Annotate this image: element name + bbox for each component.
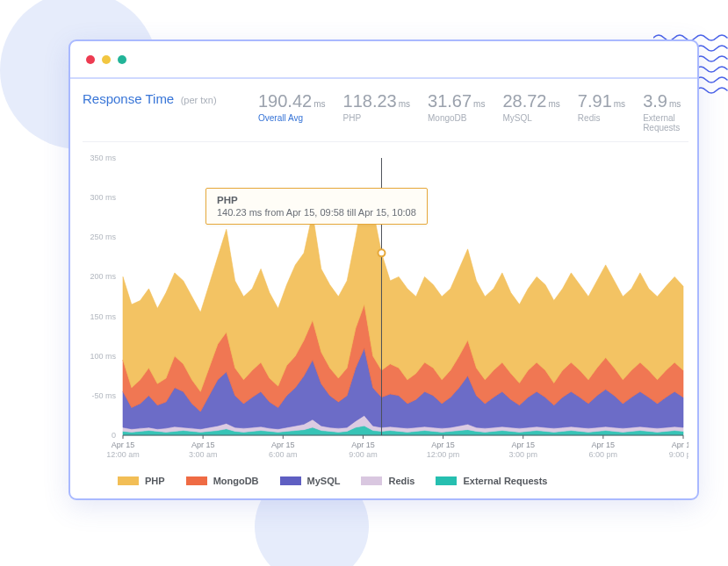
svg-text:9:00 pm: 9:00 pm <box>669 450 688 459</box>
svg-text:9:00 am: 9:00 am <box>349 450 378 459</box>
svg-text:Apr 15: Apr 15 <box>112 441 135 449</box>
legend-item-php[interactable]: PHP <box>118 476 165 486</box>
svg-text:3:00 am: 3:00 am <box>189 450 218 459</box>
svg-text:12:00 pm: 12:00 pm <box>427 450 460 459</box>
legend-label: MySQL <box>307 476 341 486</box>
legend-swatch <box>118 476 139 485</box>
tooltip-series: PHP <box>217 195 416 205</box>
legend-label: PHP <box>145 476 165 486</box>
chart-legend: PHPMongoDBMySQLRedisExternal Requests <box>83 467 688 488</box>
metric-label: MySQL <box>502 113 559 123</box>
legend-item-redis[interactable]: Redis <box>361 476 414 486</box>
metric-value: 3.9ms <box>643 91 688 111</box>
legend-label: External Requests <box>463 476 547 486</box>
legend-label: MongoDB <box>213 476 259 486</box>
title-main: Response Time <box>83 91 174 106</box>
title-subtitle: (per txn) <box>181 95 217 105</box>
svg-text:Apr 15: Apr 15 <box>271 441 295 449</box>
metric-value: 190.42ms <box>258 91 326 111</box>
legend-swatch <box>280 476 301 485</box>
metric-value: 7.91ms <box>578 91 625 111</box>
metric-value: 118.23ms <box>343 91 411 111</box>
metric-value: 28.72ms <box>502 91 559 111</box>
svg-text:Apr 15: Apr 15 <box>592 441 616 449</box>
svg-point-34 <box>378 249 385 256</box>
svg-text:Apr 15: Apr 15 <box>431 441 455 449</box>
metric-label: Redis <box>578 113 625 123</box>
metric-label: MongoDB <box>428 113 485 123</box>
legend-swatch <box>436 476 457 485</box>
svg-text:100 ms: 100 ms <box>90 352 116 361</box>
app-window: Response Time (per txn) 190.42msOverall … <box>68 39 699 500</box>
window-titlebar <box>70 41 697 79</box>
window-content: Response Time (per txn) 190.42msOverall … <box>70 79 697 498</box>
legend-swatch <box>361 476 382 485</box>
svg-text:3:00 pm: 3:00 pm <box>508 450 537 459</box>
metric-label: PHP <box>343 113 411 123</box>
svg-text:Apr 15: Apr 15 <box>672 441 688 449</box>
svg-text:Apr 15: Apr 15 <box>351 441 375 449</box>
metric-label: External Requests <box>643 113 688 133</box>
header-row: Response Time (per txn) 190.42msOverall … <box>83 91 688 142</box>
tooltip-detail: 140.23 ms from Apr 15, 09:58 till Apr 15… <box>217 207 416 218</box>
legend-item-mysql[interactable]: MySQL <box>280 476 341 486</box>
svg-text:150 ms: 150 ms <box>90 312 116 321</box>
metric-mongodb: 31.67msMongoDB <box>428 91 485 133</box>
svg-text:6:00 pm: 6:00 pm <box>589 450 618 459</box>
legend-item-mongodb[interactable]: MongoDB <box>186 476 259 486</box>
svg-text:-50 ms: -50 ms <box>91 391 116 400</box>
svg-text:0: 0 <box>112 431 116 440</box>
svg-text:200 ms: 200 ms <box>90 272 116 281</box>
legend-item-external-requests[interactable]: External Requests <box>436 476 547 486</box>
legend-swatch <box>186 476 207 485</box>
page-title: Response Time (per txn) <box>83 91 258 107</box>
metric-redis: 7.91msRedis <box>578 91 625 133</box>
svg-text:6:00 am: 6:00 am <box>269 450 298 459</box>
metric-mysql: 28.72msMySQL <box>502 91 559 133</box>
svg-text:Apr 15: Apr 15 <box>191 441 215 449</box>
minimize-icon[interactable] <box>102 55 111 64</box>
close-icon[interactable] <box>86 55 95 64</box>
metric-external-requests: 3.9msExternal Requests <box>643 91 688 133</box>
metric-value: 31.67ms <box>428 91 485 111</box>
metrics-row: 190.42msOverall Avg118.23msPHP31.67msMon… <box>258 91 688 133</box>
chart-area[interactable]: 0-50 ms100 ms150 ms200 ms250 ms300 ms350… <box>83 151 688 467</box>
svg-text:300 ms: 300 ms <box>90 193 116 202</box>
chart-tooltip: PHP 140.23 ms from Apr 15, 09:58 till Ap… <box>205 188 428 225</box>
legend-label: Redis <box>388 476 414 486</box>
metric-php: 118.23msPHP <box>343 91 411 133</box>
svg-text:250 ms: 250 ms <box>90 233 116 241</box>
svg-text:12:00 am: 12:00 am <box>106 450 140 459</box>
metric-label: Overall Avg <box>258 113 326 123</box>
maximize-icon[interactable] <box>118 55 126 64</box>
svg-text:350 ms: 350 ms <box>90 154 116 162</box>
svg-text:Apr 15: Apr 15 <box>511 441 535 449</box>
metric-overall-avg: 190.42msOverall Avg <box>258 91 326 133</box>
